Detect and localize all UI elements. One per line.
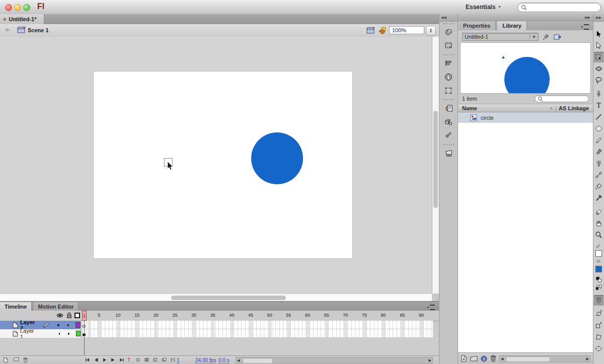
tool-snap-magnet-icon[interactable] bbox=[594, 295, 603, 306]
tab-timeline[interactable]: Timeline bbox=[0, 302, 32, 311]
tool-hand-icon[interactable] bbox=[594, 218, 603, 229]
dock-grip-handle[interactable] bbox=[439, 22, 458, 25]
tab-library[interactable]: Library bbox=[497, 21, 526, 30]
tool-pen-icon[interactable] bbox=[594, 89, 603, 99]
tool-subselection-icon[interactable] bbox=[594, 40, 603, 51]
layer-row-1[interactable]: Layer 1 bbox=[0, 329, 81, 338]
tool-scale-icon[interactable] bbox=[594, 320, 603, 331]
play-icon[interactable] bbox=[102, 357, 108, 363]
tool-bone-icon[interactable] bbox=[594, 170, 603, 180]
playhead-line[interactable] bbox=[84, 321, 85, 355]
new-library-panel-icon[interactable] bbox=[554, 34, 562, 40]
elapsed-time-field[interactable]: 0.0 s bbox=[218, 357, 230, 363]
show-hide-layers-icon[interactable] bbox=[56, 313, 63, 318]
panel-motion-presets-icon[interactable] bbox=[440, 129, 457, 142]
library-panel-menu-icon[interactable]: ▾ bbox=[581, 24, 589, 30]
item-properties-icon[interactable]: i bbox=[481, 355, 487, 362]
tool-oval-icon[interactable] bbox=[594, 123, 603, 134]
panel-code-snippets-icon[interactable]: { bbox=[440, 102, 457, 115]
document-tab[interactable]: × Untitled-1* bbox=[0, 14, 44, 24]
library-scroll-thumb[interactable] bbox=[506, 356, 550, 362]
fill-color-swatch[interactable] bbox=[595, 266, 602, 272]
loop-icon[interactable] bbox=[134, 357, 142, 363]
sort-triangle-icon[interactable]: ▲ bbox=[549, 106, 553, 110]
timeline-panel-menu-icon[interactable]: ▾ bbox=[427, 305, 435, 310]
tool-paint-bucket-icon[interactable] bbox=[594, 181, 603, 192]
panel-components-icon[interactable] bbox=[440, 115, 457, 128]
zoom-stepper[interactable]: ▲▼ bbox=[426, 26, 436, 36]
center-playhead-icon[interactable] bbox=[127, 357, 132, 363]
breadcrumb-scene[interactable]: Scene 1 bbox=[28, 27, 49, 33]
zoom-window-button[interactable] bbox=[23, 4, 30, 11]
delete-layer-icon[interactable] bbox=[23, 357, 29, 364]
outline-layers-icon[interactable] bbox=[74, 313, 80, 318]
onion-skin-outlines-icon[interactable] bbox=[153, 357, 159, 363]
tool-rotate-skew-icon[interactable] bbox=[594, 308, 603, 319]
vertical-scroll-thumb[interactable] bbox=[433, 111, 438, 208]
edit-scene-icon[interactable] bbox=[366, 27, 375, 34]
tool-distort-icon[interactable] bbox=[594, 332, 603, 342]
horizontal-scroll-thumb[interactable] bbox=[171, 296, 286, 300]
current-frame-field[interactable]: 1 bbox=[177, 357, 180, 363]
timeline-scroll-thumb[interactable] bbox=[243, 358, 273, 363]
first-frame-icon[interactable] bbox=[85, 357, 91, 363]
dock-grip-handle[interactable] bbox=[439, 142, 458, 146]
layer-row-2[interactable]: Layer 2 bbox=[0, 321, 81, 329]
scroll-left-icon[interactable]: ◀ bbox=[237, 358, 240, 362]
workspace-switcher[interactable]: Essentials ▾ bbox=[466, 3, 508, 11]
new-symbol-icon[interactable] bbox=[461, 355, 467, 362]
layer-lock-dot[interactable] bbox=[67, 324, 69, 326]
layer-outline-color-swatch[interactable] bbox=[76, 322, 81, 328]
delete-item-icon[interactable] bbox=[490, 355, 496, 362]
edit-symbols-icon[interactable] bbox=[378, 26, 387, 34]
stage-vertical-scrollbar[interactable] bbox=[432, 37, 439, 294]
library-horizontal-scrollbar[interactable]: ◀ ▶ bbox=[499, 355, 590, 362]
panel-transform-icon[interactable] bbox=[440, 84, 457, 97]
tool-free-transform-icon[interactable] bbox=[594, 52, 603, 62]
onion-skin-icon[interactable] bbox=[144, 357, 150, 363]
close-window-button[interactable] bbox=[5, 4, 12, 11]
stage-canvas[interactable] bbox=[93, 71, 353, 259]
close-tab-icon[interactable]: × bbox=[3, 16, 6, 22]
step-back-icon[interactable] bbox=[93, 357, 100, 363]
column-as-linkage[interactable]: AS Linkage bbox=[559, 105, 589, 111]
panel-info-icon[interactable]: i bbox=[440, 70, 457, 84]
dock-grip-handle[interactable] bbox=[439, 53, 458, 56]
tab-properties[interactable]: Properties bbox=[458, 21, 496, 30]
modify-markers-icon[interactable] bbox=[170, 357, 177, 363]
app-search-input[interactable] bbox=[517, 3, 601, 12]
tool-fill-swatch[interactable] bbox=[594, 264, 603, 274]
edit-multiple-frames-icon[interactable] bbox=[161, 357, 168, 363]
stage-horizontal-scrollbar[interactable] bbox=[0, 294, 432, 302]
tool-lasso-icon[interactable] bbox=[594, 75, 603, 86]
collapse-dock-button[interactable]: ◀◀ bbox=[439, 14, 458, 22]
tool-spray-brush-icon[interactable] bbox=[594, 158, 603, 169]
timeline-frame-ruler[interactable]: 51015202530354045505560657075808590 bbox=[82, 311, 433, 321]
minimize-window-button[interactable] bbox=[14, 4, 21, 11]
panel-swatches-icon[interactable] bbox=[440, 39, 457, 52]
last-frame-icon[interactable] bbox=[119, 357, 125, 363]
tool-3d-rotation-icon[interactable] bbox=[594, 63, 603, 74]
layer-2-frames[interactable] bbox=[82, 321, 433, 329]
tool-zoom-icon[interactable] bbox=[594, 230, 603, 240]
scroll-right-icon[interactable]: ▶ bbox=[429, 358, 431, 362]
scroll-left-icon[interactable]: ◀ bbox=[501, 357, 503, 361]
new-folder-icon[interactable] bbox=[13, 357, 20, 364]
tab-motion-editor[interactable]: Motion Editor bbox=[34, 302, 79, 311]
panel-color-icon[interactable] bbox=[440, 26, 457, 39]
step-forward-icon[interactable] bbox=[110, 357, 117, 363]
stage-blue-circle[interactable] bbox=[251, 132, 303, 184]
library-document-select[interactable]: Untitled-1 ▼ bbox=[462, 33, 539, 41]
layer-lock-dot[interactable] bbox=[68, 333, 69, 335]
tool-selection-icon[interactable] bbox=[594, 29, 603, 39]
timeline-horizontal-scrollbar[interactable]: ◀ ▶ bbox=[236, 357, 433, 363]
library-item-name[interactable]: circle bbox=[481, 115, 494, 121]
dock-grip-handle[interactable] bbox=[439, 98, 458, 101]
layer-visibility-dot[interactable] bbox=[57, 324, 59, 326]
column-name[interactable]: Name bbox=[462, 105, 477, 111]
tool-envelope-icon[interactable] bbox=[594, 343, 603, 354]
scroll-right-icon[interactable]: ▶ bbox=[586, 357, 589, 361]
tool-line-icon[interactable] bbox=[594, 112, 603, 122]
lock-layers-icon[interactable] bbox=[66, 312, 72, 319]
layer-outline-color-swatch[interactable] bbox=[76, 331, 81, 336]
